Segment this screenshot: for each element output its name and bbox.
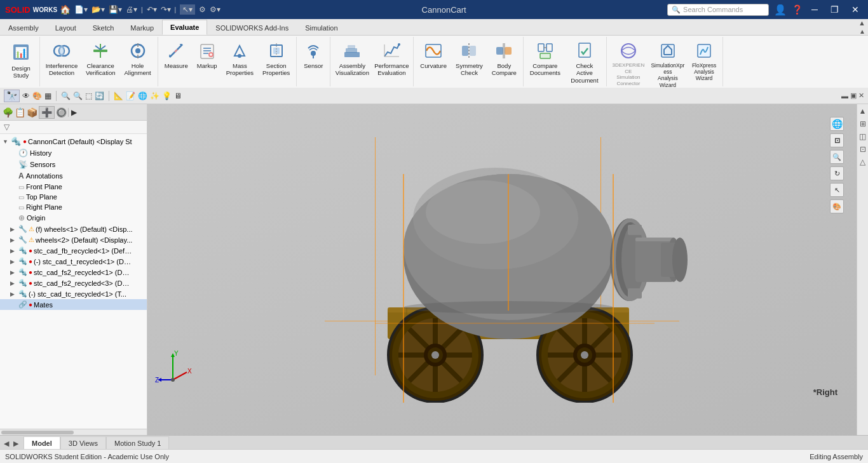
hide-show-icon[interactable]: 👁 [22, 91, 30, 100]
sensor-button[interactable]: Sensor [299, 38, 327, 72]
markup-button[interactable]: Markup [193, 38, 221, 72]
tree-item-origin[interactable]: ⊕ Origin [0, 212, 147, 224]
ft-parts-icon[interactable]: 🌳 [3, 107, 13, 117]
ft-config-icon[interactable]: 📦 [27, 107, 37, 117]
help-icon[interactable]: ❓ [792, 4, 803, 15]
vp-btn-zoom[interactable]: 🔍 [830, 150, 844, 164]
restore-button[interactable]: ❐ [827, 3, 843, 16]
scene-icon[interactable]: 🌐 [138, 91, 147, 100]
ft-more-icon[interactable]: ▶ [68, 108, 77, 117]
command-search[interactable]: 🔍 Search Commands [667, 4, 769, 16]
vp-btn-orientation[interactable]: ⊡ [830, 133, 844, 147]
home-icon[interactable]: 🏠 [60, 4, 71, 15]
ft-scene-icon[interactable]: 🔘 [56, 107, 67, 117]
assembly-visualization-button[interactable]: AssemblyVisualization [333, 38, 371, 79]
viewport[interactable]: Y Z X *Right 🌐 ⊡ 🔍 ↻ ↖ 🎨 [147, 104, 857, 435]
ft-display-icon[interactable]: ➕ [39, 106, 55, 119]
clearance-verification-button[interactable]: ClearanceVerification [82, 38, 119, 79]
vp-btn-rotate[interactable]: ↻ [830, 166, 844, 180]
simulation-xpress-button[interactable]: SimulationXpressAnalysis Wizard [649, 38, 687, 88]
tree-item-top-plane[interactable]: ▭ Top Plane [0, 192, 147, 202]
body-compare-button[interactable]: BodyCompare [488, 38, 520, 79]
options-icon[interactable]: ⚙▾ [210, 5, 220, 14]
floxpress-button[interactable]: FloXpressAnalysisWizard [688, 38, 720, 84]
view-expand-icon[interactable]: ▬ [841, 92, 848, 100]
expand-root[interactable]: ▼ [3, 138, 10, 145]
tab-model[interactable]: Model [24, 436, 60, 449]
rp-icon-3[interactable]: ◫ [858, 131, 867, 142]
hscroll-thumb[interactable] [1, 431, 74, 434]
hole-alignment-button[interactable]: HoleAlignment [120, 38, 154, 79]
tree-item-root[interactable]: ▼ 🔩 ● CannonCart (Default) <Display St [0, 135, 147, 147]
tab-nav-left[interactable]: ◀ [3, 438, 10, 449]
minimize-button[interactable]: ─ [808, 3, 822, 16]
tab-motion-study[interactable]: Motion Study 1 [106, 436, 169, 449]
redo-icon[interactable]: ↷▾ [161, 5, 171, 14]
close-button[interactable]: ✕ [848, 3, 863, 16]
tab-3d-views[interactable]: 3D Views [60, 436, 106, 449]
rp-icon-4[interactable]: ⊡ [858, 144, 867, 155]
curvature-button[interactable]: Curvature [416, 38, 451, 72]
cursor-icon[interactable]: ↖▾ [180, 4, 195, 15]
tree-item-mates[interactable]: 🔗 ● Mates [0, 299, 147, 310]
zoom-in-icon[interactable]: 🔍 [73, 91, 83, 100]
rp-icon-1[interactable]: ▲ [858, 105, 868, 117]
tab-layout[interactable]: Layout [47, 20, 85, 35]
tab-assembly[interactable]: Assembly [0, 20, 47, 35]
tab-markup[interactable]: Markup [122, 20, 162, 35]
realview-icon[interactable]: 💡 [162, 91, 172, 100]
zoom-to-fit-icon[interactable]: 🔍 [61, 91, 71, 100]
symmetry-check-button[interactable]: SymmetryCheck [452, 38, 487, 79]
save-icon[interactable]: 💾▾ [109, 5, 122, 14]
performance-evaluation-button[interactable]: PerformanceEvaluation [372, 38, 410, 79]
tree-item-right-plane[interactable]: ▭ Right Plane [0, 202, 147, 212]
tree-item-annotations[interactable]: A Annotations [0, 170, 147, 182]
tree-item-front-plane[interactable]: ▭ Front Plane [0, 182, 147, 192]
view-setting-icon[interactable]: 🖥 [174, 91, 182, 100]
edit-appearance-icon[interactable]: 🎨 [32, 91, 42, 100]
view-close-icon[interactable]: ✕ [858, 91, 864, 100]
design-study-button[interactable]: 📊 DesignStudy [5, 38, 37, 82]
tab-evaluate[interactable]: Evaluate [162, 20, 207, 35]
tree-item-stc-fs1[interactable]: ▶ 🔩 ● stc_cad_fs2_recycled<1> (Det... [0, 267, 147, 278]
user-icon[interactable]: 👤 [774, 4, 787, 16]
tree-hscroll[interactable] [0, 429, 147, 435]
tree-item-stc-tc[interactable]: ▶ 🔩 (-) stc_cad_tc_recycled<1> (T... [0, 288, 147, 299]
rp-icon-2[interactable]: ⊞ [858, 118, 867, 130]
vp-btn-globe[interactable]: 🌐 [830, 117, 844, 131]
undo-icon[interactable]: ↶▾ [147, 5, 157, 14]
view-restore-icon[interactable]: ▣ [850, 91, 857, 100]
tree-item-wheels1[interactable]: ▶ 🔧 ⚠ (f) wheels<1> (Default) <Disp... [0, 224, 147, 234]
tree-item-stc-fb[interactable]: ▶ 🔩 ● stc_cad_fb_recycled<1> (Defa... [0, 245, 147, 256]
mass-properties-button[interactable]: MassProperties [222, 38, 257, 79]
interference-detection-button[interactable]: InterferenceDetection [43, 38, 81, 79]
print-icon[interactable]: 🖨▾ [126, 5, 137, 14]
section-properties-button[interactable]: SectionProperties [259, 38, 294, 79]
tree-item-stc-t1[interactable]: ▶ 🔩 ● (-) stc_cad_t_recycled<1> (De... [0, 256, 147, 267]
vp-btn-appearance[interactable]: 🎨 [830, 199, 844, 213]
zoom-window-icon[interactable]: ⬚ [85, 91, 92, 100]
check-active-document-button[interactable]: Check ActiveDocument [566, 38, 604, 86]
rotate-icon[interactable]: 🔄 [95, 91, 104, 100]
view-orientation-icon[interactable]: 🔭 [4, 90, 20, 102]
ribbon-collapse-icon[interactable]: ▲ [859, 28, 865, 35]
measure-button[interactable]: Measure [161, 38, 192, 72]
3dexperience-button[interactable]: 3DEXPERIENCESimulationConnector [609, 38, 648, 88]
tab-sketch[interactable]: Sketch [85, 20, 123, 35]
tree-item-wheels2[interactable]: ▶ 🔧 ⚠ wheels<2> (Default) <Display... [0, 234, 147, 245]
annotations-icon[interactable]: 📝 [126, 91, 135, 100]
rebuild-icon[interactable]: ⚙ [199, 5, 206, 14]
tree-item-history[interactable]: 🕐 History [0, 147, 147, 159]
compare-documents-button[interactable]: CompareDocuments [526, 38, 564, 79]
ribbon-minimize-icon[interactable]: ▲ [858, 19, 865, 27]
new-icon[interactable]: 📄▾ [74, 5, 88, 14]
display-style-icon[interactable]: ▦ [44, 91, 51, 100]
appearance-icon[interactable]: ✨ [150, 91, 159, 100]
open-icon[interactable]: 📂▾ [92, 5, 105, 14]
tree-item-stc-fs3[interactable]: ▶ 🔩 ● stc_cad_fs2_recycled<3> (Del... [0, 278, 147, 288]
tab-simulation[interactable]: Simulation [297, 20, 346, 35]
vp-btn-select[interactable]: ↖ [830, 183, 844, 197]
tab-nav-right[interactable]: ▶ [12, 438, 20, 449]
tree-item-sensors[interactable]: 📡 Sensors [0, 159, 147, 170]
ft-property-icon[interactable]: 📋 [15, 107, 25, 117]
